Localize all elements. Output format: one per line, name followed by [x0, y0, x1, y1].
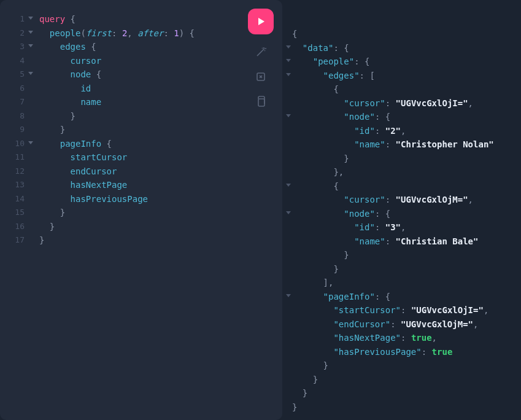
line-number: 15: [0, 206, 27, 220]
line-number: 8: [0, 109, 27, 123]
editor-toolbar: [248, 9, 274, 108]
query-editor-pane: 1234567891011121314151617 query { people…: [0, 0, 282, 420]
copy-button[interactable]: [254, 95, 268, 108]
line-number: 12: [0, 165, 27, 179]
line-number: 16: [0, 220, 27, 234]
line-number: 17: [0, 233, 27, 247]
fold-arrow-icon[interactable]: [286, 114, 291, 117]
line-number: 7: [0, 95, 27, 109]
fold-arrow-icon[interactable]: [28, 17, 33, 20]
merge-icon: [255, 71, 267, 83]
fold-arrow-icon[interactable]: [28, 31, 33, 34]
line-number: 11: [0, 150, 27, 165]
fold-arrow-icon[interactable]: [286, 59, 291, 62]
run-button[interactable]: [248, 9, 274, 34]
copy-icon: [255, 95, 267, 107]
line-number: 10: [0, 137, 27, 151]
line-number: 1: [0, 12, 27, 26]
line-number: 13: [0, 178, 27, 192]
play-icon: [256, 17, 266, 26]
line-number: 4: [0, 54, 27, 68]
prettify-button[interactable]: [254, 45, 268, 59]
fold-arrow-icon[interactable]: [28, 141, 33, 144]
wand-icon: [255, 46, 267, 58]
fold-arrow-icon[interactable]: [286, 184, 291, 187]
fold-arrow-icon[interactable]: [28, 72, 33, 75]
fold-arrow-icon[interactable]: [286, 73, 291, 76]
fold-arrow-icon[interactable]: [286, 45, 291, 49]
line-number: 14: [0, 192, 27, 206]
line-number: 2: [0, 26, 27, 41]
merge-button[interactable]: [254, 70, 268, 84]
fold-arrow-icon[interactable]: [286, 294, 291, 297]
line-number: 6: [0, 82, 27, 96]
line-number-gutter: 1234567891011121314151617: [0, 0, 27, 420]
fold-arrow-icon[interactable]: [28, 44, 33, 47]
query-code[interactable]: query { people(first: 2, after: 1) { edg…: [27, 0, 195, 420]
line-number: 5: [0, 68, 27, 82]
response-pane: { "data": { "people": { "edges": [ { "cu…: [282, 0, 521, 420]
line-number: 9: [0, 123, 27, 137]
line-number: 3: [0, 40, 27, 54]
fold-arrow-icon[interactable]: [286, 211, 291, 214]
svg-rect-1: [258, 99, 264, 106]
